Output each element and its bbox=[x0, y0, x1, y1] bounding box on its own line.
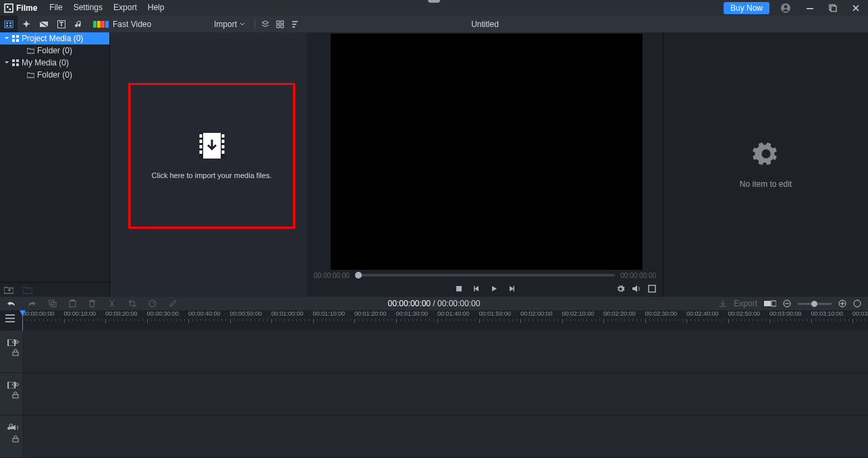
timeline-ruler[interactable]: 00:00:00:0000:00:10:0000:00:20:0000:00:3… bbox=[0, 310, 868, 331]
tab-media[interactable] bbox=[0, 16, 18, 32]
undo-icon[interactable] bbox=[7, 299, 16, 308]
scrub-slider[interactable] bbox=[355, 274, 615, 277]
track-head-video1[interactable] bbox=[0, 331, 22, 373]
import-hint: Click here to import your media files. bbox=[152, 171, 272, 179]
sidebar-my-folder[interactable]: Folder (0) bbox=[0, 69, 109, 81]
play-icon[interactable] bbox=[490, 285, 498, 293]
svg-rect-61 bbox=[13, 395, 18, 398]
svg-rect-24 bbox=[16, 59, 19, 62]
redo-icon[interactable] bbox=[28, 299, 36, 308]
divider bbox=[254, 20, 255, 29]
project-title: Untitled bbox=[471, 20, 499, 29]
preview-canvas bbox=[331, 34, 643, 270]
svg-rect-31 bbox=[199, 140, 202, 143]
volume-icon[interactable] bbox=[632, 285, 641, 293]
delete-icon[interactable] bbox=[88, 299, 96, 308]
menu-help[interactable]: Help bbox=[142, 0, 170, 16]
grid-small-icon bbox=[12, 35, 19, 42]
svg-rect-5 bbox=[807, 8, 813, 9]
ruler-tick: 00:00:30:00 bbox=[147, 310, 180, 317]
sidebar-project-media[interactable]: Project Media (0) bbox=[0, 32, 109, 45]
svg-rect-39 bbox=[474, 286, 475, 291]
tab-text[interactable] bbox=[53, 16, 70, 32]
next-frame-icon[interactable] bbox=[508, 285, 516, 293]
sidebar-project-folder[interactable]: Folder (0) bbox=[0, 45, 109, 57]
eye-icon[interactable] bbox=[11, 382, 20, 387]
fast-video-button[interactable]: Fast Video bbox=[88, 20, 157, 29]
svg-rect-9 bbox=[6, 22, 8, 24]
buy-now-button[interactable]: Buy Now bbox=[724, 2, 769, 14]
track-lanes[interactable] bbox=[22, 331, 868, 458]
fullscreen-icon[interactable] bbox=[648, 285, 656, 293]
grid-view-icon[interactable] bbox=[275, 20, 285, 29]
sort-icon[interactable] bbox=[290, 20, 300, 29]
edit-icon[interactable] bbox=[169, 299, 177, 308]
project-title-area: Untitled bbox=[307, 20, 663, 29]
track-lane-video2[interactable] bbox=[22, 373, 868, 416]
marker-toggle-icon[interactable] bbox=[764, 299, 776, 308]
copy-icon[interactable] bbox=[49, 299, 57, 308]
track-head-audio[interactable] bbox=[0, 416, 22, 458]
svg-rect-36 bbox=[221, 145, 224, 148]
zoom-out-icon[interactable] bbox=[783, 299, 791, 308]
export-timeline-icon[interactable] bbox=[719, 299, 727, 308]
svg-rect-62 bbox=[13, 438, 18, 442]
tab-audio[interactable] bbox=[70, 16, 88, 32]
svg-rect-12 bbox=[9, 25, 11, 27]
settings-icon[interactable] bbox=[616, 285, 625, 293]
zoom-fit-icon[interactable] bbox=[853, 299, 861, 308]
zoom-in-icon[interactable] bbox=[838, 299, 846, 308]
svg-rect-0 bbox=[5, 4, 13, 12]
menu-export[interactable]: Export bbox=[108, 0, 142, 16]
svg-rect-18 bbox=[281, 25, 283, 28]
export-timeline-label[interactable]: Export bbox=[734, 299, 757, 308]
tab-effects[interactable] bbox=[18, 16, 35, 32]
sidebar: Project Media (0) Folder (0) My Media (0… bbox=[0, 32, 110, 297]
close-icon[interactable] bbox=[848, 4, 864, 12]
maximize-icon[interactable] bbox=[825, 4, 841, 12]
tab-transitions[interactable] bbox=[35, 16, 53, 32]
paste-icon[interactable] bbox=[69, 299, 76, 308]
playhead[interactable] bbox=[22, 311, 23, 331]
prev-frame-icon[interactable] bbox=[472, 285, 481, 293]
svg-rect-20 bbox=[16, 35, 19, 38]
layers-icon[interactable] bbox=[261, 20, 270, 29]
delete-folder-icon[interactable] bbox=[23, 286, 32, 294]
svg-rect-32 bbox=[199, 145, 202, 148]
import-dropdown[interactable]: Import bbox=[210, 20, 249, 29]
import-drop-zone[interactable]: Click here to import your media files. bbox=[128, 83, 295, 229]
chevron-down-icon bbox=[240, 22, 245, 27]
crop-icon[interactable] bbox=[128, 299, 136, 308]
media-icon bbox=[4, 20, 13, 29]
caret-down-icon bbox=[4, 36, 9, 41]
track-lane-video1[interactable] bbox=[22, 331, 868, 373]
caret-down-icon bbox=[4, 60, 9, 65]
timecode-dur: 00:00:00:00 bbox=[437, 299, 480, 308]
split-icon[interactable] bbox=[108, 299, 116, 308]
sparkle-icon bbox=[22, 20, 31, 29]
svg-rect-37 bbox=[221, 150, 224, 154]
folder-icon bbox=[27, 48, 34, 54]
account-icon[interactable] bbox=[776, 3, 795, 13]
menu-file[interactable]: File bbox=[44, 0, 67, 16]
svg-rect-47 bbox=[764, 301, 771, 306]
lock-icon[interactable] bbox=[12, 349, 19, 356]
lock-icon[interactable] bbox=[12, 391, 19, 399]
eye-icon[interactable] bbox=[11, 339, 20, 345]
project-media-label: Project Media (0) bbox=[22, 34, 83, 43]
add-folder-icon[interactable] bbox=[4, 286, 13, 294]
track-head-video2[interactable] bbox=[0, 373, 22, 416]
inspector-pane: No item to edit bbox=[663, 32, 868, 297]
track-lane-audio[interactable] bbox=[22, 416, 868, 458]
speed-icon[interactable] bbox=[148, 299, 157, 308]
stop-icon[interactable] bbox=[455, 285, 463, 293]
lock-icon[interactable] bbox=[12, 435, 19, 442]
speaker-icon[interactable] bbox=[11, 424, 20, 431]
svg-rect-17 bbox=[277, 25, 279, 28]
svg-rect-44 bbox=[70, 301, 76, 307]
menu-settings[interactable]: Settings bbox=[68, 0, 108, 16]
zoom-slider[interactable] bbox=[798, 303, 832, 305]
sidebar-my-media[interactable]: My Media (0) bbox=[0, 57, 109, 69]
minimize-icon[interactable] bbox=[802, 4, 818, 12]
timeline-menu-icon[interactable] bbox=[5, 314, 15, 322]
